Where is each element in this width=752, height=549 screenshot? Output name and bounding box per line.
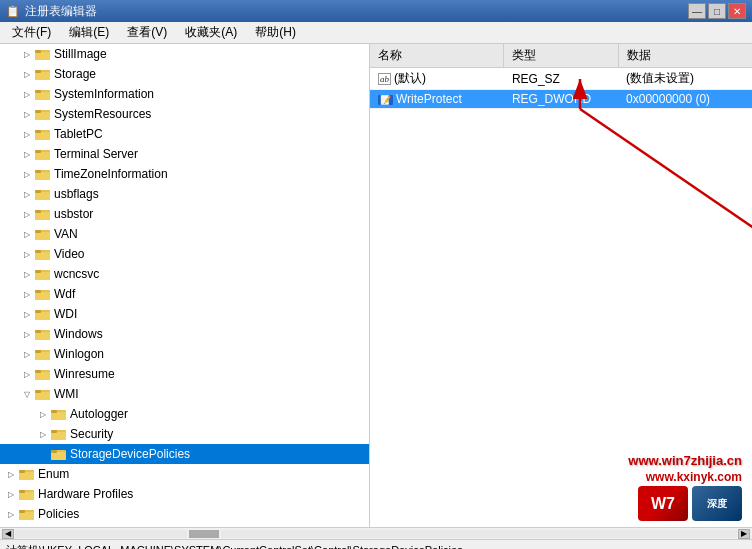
tree-item[interactable]: ▷ wcncsvc <box>0 264 369 284</box>
expand-icon[interactable]: ▷ <box>4 507 18 521</box>
reg-dword-icon: 📝 <box>378 92 396 106</box>
tree-item[interactable]: ▷ usbflags <box>0 184 369 204</box>
expand-icon[interactable]: ▷ <box>20 187 34 201</box>
expand-icon[interactable]: ▷ <box>20 367 34 381</box>
tree-item[interactable]: ▷ TimeZoneInformation <box>0 164 369 184</box>
table-row[interactable]: 📝WriteProtectREG_DWORD0x00000000 (0) <box>370 90 752 109</box>
table-row[interactable]: ab(默认)REG_SZ(数值未设置) <box>370 68 752 90</box>
tree-item[interactable]: ▷ Policies <box>0 504 369 524</box>
table-header[interactable]: 数据 <box>618 44 752 68</box>
expand-icon[interactable]: ▷ <box>20 127 34 141</box>
svg-rect-59 <box>51 430 57 433</box>
svg-rect-14 <box>35 130 41 133</box>
expand-icon[interactable]: ▷ <box>20 167 34 181</box>
svg-rect-2 <box>35 50 41 53</box>
expand-icon[interactable]: ▽ <box>20 387 34 401</box>
tree-item[interactable]: StorageDevicePolicies <box>0 444 369 464</box>
tree-item-label: usbflags <box>54 187 99 201</box>
tree-item[interactable]: ▷ TabletPC <box>0 124 369 144</box>
svg-rect-46 <box>35 352 50 360</box>
folder-icon <box>35 387 51 401</box>
expand-icon[interactable]: ▷ <box>20 267 34 281</box>
tree-item[interactable]: ▷ Video <box>0 244 369 264</box>
svg-rect-47 <box>35 350 41 353</box>
h-scrollbar[interactable]: ◀ ▶ <box>0 527 752 539</box>
tree-item[interactable]: ▷ Storage <box>0 64 369 84</box>
tree-item[interactable]: ▷ WDI <box>0 304 369 324</box>
expand-icon[interactable]: ▷ <box>20 47 34 61</box>
tree-item[interactable]: ▷ Enum <box>0 464 369 484</box>
expand-icon[interactable]: ▷ <box>36 427 50 441</box>
svg-rect-26 <box>35 210 41 213</box>
tree-item[interactable]: ▷ VAN <box>0 224 369 244</box>
tree-item[interactable]: ▷ SystemInformation <box>0 84 369 104</box>
tree-item-label: Hardware Profiles <box>38 487 133 501</box>
tree-item[interactable]: ▷ Terminal Server <box>0 144 369 164</box>
folder-icon <box>35 247 51 261</box>
tree-item-label: TimeZoneInformation <box>54 167 168 181</box>
expand-icon[interactable]: ▷ <box>20 107 34 121</box>
menu-item[interactable]: 编辑(E) <box>61 22 117 43</box>
close-button[interactable]: ✕ <box>728 3 746 19</box>
tree-item-label: StorageDevicePolicies <box>70 447 190 461</box>
tree-item-label: WMI <box>54 387 79 401</box>
maximize-button[interactable]: □ <box>708 3 726 19</box>
svg-rect-58 <box>51 432 66 440</box>
table-header[interactable]: 名称 <box>370 44 504 68</box>
tree-item[interactable]: ▷ SystemResources <box>0 104 369 124</box>
tree-item-label: VAN <box>54 227 78 241</box>
tree-item[interactable]: ▷ Windows <box>0 324 369 344</box>
table-header[interactable]: 类型 <box>504 44 618 68</box>
tree-item-label: Winlogon <box>54 347 104 361</box>
svg-rect-68 <box>19 490 25 493</box>
folder-icon <box>35 327 51 341</box>
expand-icon[interactable] <box>36 447 50 461</box>
svg-rect-41 <box>35 310 41 313</box>
tree-panel[interactable]: ▷ StillImage▷ Storage▷ SystemInformation… <box>0 44 370 527</box>
menu-item[interactable]: 查看(V) <box>119 22 175 43</box>
folder-icon <box>35 227 51 241</box>
tree-item[interactable]: ▷ Security <box>0 424 369 444</box>
svg-rect-37 <box>35 292 50 300</box>
expand-icon[interactable]: ▷ <box>20 207 34 221</box>
expand-icon[interactable]: ▷ <box>20 227 34 241</box>
tree-item[interactable]: ▷ Winresume <box>0 364 369 384</box>
svg-rect-5 <box>35 70 41 73</box>
menu-item[interactable]: 帮助(H) <box>247 22 304 43</box>
svg-rect-34 <box>35 272 50 280</box>
svg-rect-52 <box>35 392 50 400</box>
tree-item[interactable]: ▷ Wdf <box>0 284 369 304</box>
tree-item[interactable]: ▷ Winlogon <box>0 344 369 364</box>
right-panel: 名称类型数据 ab(默认)REG_SZ(数值未设置)📝WriteProtectR… <box>370 44 752 527</box>
expand-icon[interactable]: ▷ <box>20 307 34 321</box>
tree-item[interactable]: ▷ Autologger <box>0 404 369 424</box>
tree-item[interactable]: ▷ StillImage <box>0 44 369 64</box>
svg-rect-71 <box>19 510 25 513</box>
expand-icon[interactable]: ▷ <box>4 467 18 481</box>
expand-icon[interactable]: ▷ <box>4 487 18 501</box>
folder-icon <box>19 507 35 521</box>
expand-icon[interactable]: ▷ <box>20 347 34 361</box>
tree-item[interactable]: ▷ Hardware Profiles <box>0 484 369 504</box>
tree-item-label: Autologger <box>70 407 128 421</box>
folder-icon <box>35 347 51 361</box>
tree-item[interactable]: ▽ WMI <box>0 384 369 404</box>
expand-icon[interactable]: ▷ <box>36 407 50 421</box>
tree-item[interactable]: ▷ usbstor <box>0 204 369 224</box>
svg-rect-38 <box>35 290 41 293</box>
svg-rect-23 <box>35 190 41 193</box>
menu-item[interactable]: 收藏夹(A) <box>177 22 245 43</box>
expand-icon[interactable]: ▷ <box>20 147 34 161</box>
expand-icon[interactable]: ▷ <box>20 247 34 261</box>
expand-icon[interactable]: ▷ <box>20 87 34 101</box>
expand-icon[interactable]: ▷ <box>20 67 34 81</box>
minimize-button[interactable]: — <box>688 3 706 19</box>
tree-item-label: Security <box>70 427 113 441</box>
menu-item[interactable]: 文件(F) <box>4 22 59 43</box>
svg-rect-1 <box>35 52 50 60</box>
expand-icon[interactable]: ▷ <box>20 327 34 341</box>
svg-rect-53 <box>35 390 41 393</box>
expand-icon[interactable]: ▷ <box>20 287 34 301</box>
tree-item-label: WDI <box>54 307 77 321</box>
folder-icon <box>35 167 51 181</box>
